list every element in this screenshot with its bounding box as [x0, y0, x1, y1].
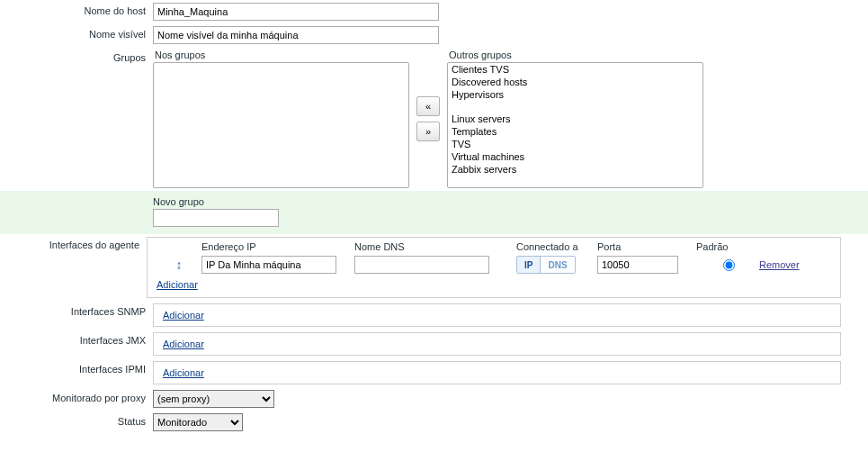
new-group-input[interactable] [153, 209, 279, 227]
connect-dns-option[interactable]: DNS [541, 257, 574, 273]
ip-address-input[interactable] [201, 256, 336, 274]
dns-name-input[interactable] [354, 256, 489, 274]
header-default: Padrão [696, 241, 759, 252]
group-option[interactable]: Templates [448, 125, 702, 138]
group-option[interactable]: Clientes TVS [448, 63, 702, 76]
proxy-select[interactable]: (sem proxy) [153, 390, 274, 408]
label-other-groups: Outros grupos [447, 50, 703, 60]
header-ip: Endereço IP [201, 241, 354, 252]
header-port: Porta [597, 241, 696, 252]
move-left-button[interactable]: « [416, 96, 440, 116]
remove-interface-link[interactable]: Remover [759, 259, 800, 270]
add-ipmi-interface-link[interactable]: Adicionar [163, 367, 204, 378]
label-in-groups: Nos grupos [153, 50, 409, 60]
other-groups-select[interactable]: Clientes TVS Discovered hosts Hypervisor… [447, 62, 703, 188]
label-ipmi-interfaces: Interfaces IPMI [0, 361, 153, 375]
label-jmx-interfaces: Interfaces JMX [0, 332, 153, 346]
group-option[interactable]: Virtual machines [448, 150, 702, 163]
move-right-button[interactable]: » [416, 122, 440, 141]
group-option[interactable]: Hypervisors [448, 88, 702, 101]
group-option [448, 101, 702, 113]
connect-to-toggle[interactable]: IP DNS [516, 256, 576, 274]
label-groups: Grupos [0, 50, 153, 63]
default-interface-radio[interactable] [723, 259, 735, 271]
group-option[interactable]: TVS [448, 138, 702, 150]
label-agent-interfaces: Interfaces do agente [0, 237, 147, 250]
host-name-input[interactable] [153, 3, 439, 21]
connect-ip-option[interactable]: IP [517, 257, 541, 273]
add-jmx-interface-link[interactable]: Adicionar [163, 339, 204, 349]
label-host-name: Nome do host [0, 3, 153, 16]
group-option[interactable]: Discovered hosts [448, 76, 702, 88]
group-option[interactable]: Linux servers [448, 113, 702, 125]
visible-name-input[interactable] [153, 26, 439, 44]
drag-handle-icon[interactable]: ↕ [157, 258, 201, 272]
add-agent-interface-link[interactable]: Adicionar [157, 279, 198, 290]
label-proxy: Monitorado por proxy [0, 390, 153, 403]
header-connect: Connectado a [516, 241, 597, 252]
group-option[interactable]: Zabbix servers [448, 163, 702, 176]
header-dns: Nome DNS [354, 241, 516, 252]
add-snmp-interface-link[interactable]: Adicionar [163, 310, 204, 321]
label-status: Status [0, 413, 153, 427]
label-snmp-interfaces: Interfaces SNMP [0, 303, 153, 317]
label-new-group: Novo grupo [153, 196, 868, 207]
status-select[interactable]: Monitorado [153, 413, 243, 431]
label-visible-name: Nome visível [0, 26, 153, 40]
in-groups-select[interactable] [153, 62, 409, 188]
port-input[interactable] [597, 256, 678, 274]
